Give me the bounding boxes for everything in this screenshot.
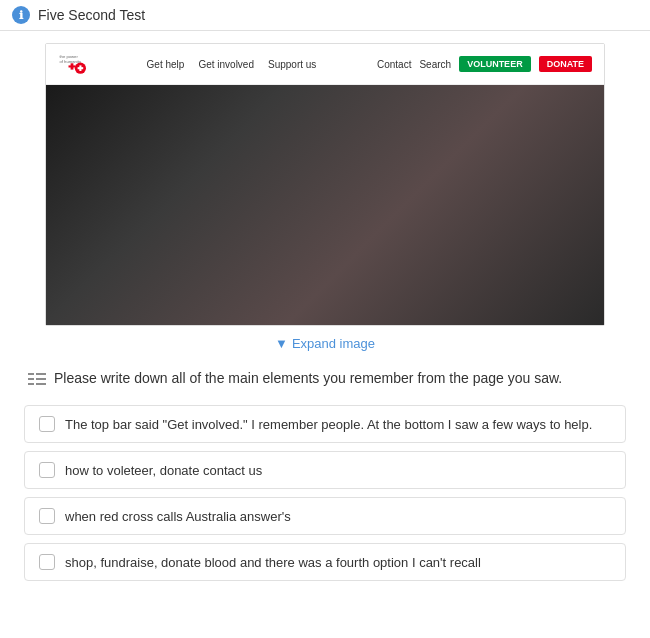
svg-rect-7 bbox=[79, 65, 81, 71]
answer-checkbox[interactable] bbox=[39, 554, 55, 570]
expand-image-label: Expand image bbox=[292, 336, 375, 351]
expand-chevron-icon: ▼ bbox=[275, 336, 288, 351]
answer-item[interactable]: how to voleteer, donate contact us bbox=[24, 451, 626, 489]
answer-item[interactable]: shop, fundraise, donate blood and there … bbox=[24, 543, 626, 581]
list-icon bbox=[28, 371, 46, 387]
answer-checkbox[interactable] bbox=[39, 462, 55, 478]
answer-text: how to voleteer, donate contact us bbox=[65, 463, 262, 478]
donate-button[interactable]: DONATE bbox=[539, 56, 592, 72]
rc-hero: When Red Cross calls, Australia answers.… bbox=[46, 85, 604, 325]
question-section: Please write down all of the main elemen… bbox=[16, 361, 634, 589]
main-content: the power of humanity Get help Get invol… bbox=[0, 31, 650, 601]
answer-item[interactable]: The top bar said "Get involved." I remem… bbox=[24, 405, 626, 443]
answer-list: The top bar said "Get involved." I remem… bbox=[24, 405, 626, 581]
answer-text: shop, fundraise, donate blood and there … bbox=[65, 555, 481, 570]
answer-checkbox[interactable] bbox=[39, 416, 55, 432]
answer-text: when red cross calls Australia answer's bbox=[65, 509, 291, 524]
answer-item[interactable]: when red cross calls Australia answer's bbox=[24, 497, 626, 535]
rc-page-preview: the power of humanity Get help Get invol… bbox=[46, 44, 604, 325]
answer-checkbox[interactable] bbox=[39, 508, 55, 524]
top-bar: ℹ Five Second Test bbox=[0, 0, 650, 31]
question-header: Please write down all of the main elemen… bbox=[24, 369, 626, 391]
rc-nav-links: Get help Get involved Support us bbox=[147, 59, 317, 70]
nav-support-us: Support us bbox=[268, 59, 316, 70]
page-title: Five Second Test bbox=[38, 7, 145, 23]
nav-contact: Contact bbox=[377, 59, 411, 70]
rc-hero-background bbox=[46, 85, 604, 325]
nav-get-involved: Get involved bbox=[198, 59, 254, 70]
question-text: Please write down all of the main elemen… bbox=[54, 369, 562, 389]
nav-search: Search bbox=[419, 59, 451, 70]
rc-nav-right: Contact Search VOLUNTEER DONATE bbox=[377, 56, 592, 72]
volunteer-button[interactable]: VOLUNTEER bbox=[459, 56, 531, 72]
expand-image-link[interactable]: ▼ Expand image bbox=[16, 326, 634, 361]
question-icon bbox=[28, 371, 46, 391]
svg-rect-4 bbox=[71, 63, 74, 69]
info-icon: ℹ bbox=[12, 6, 30, 24]
rc-logo: the power of humanity bbox=[58, 50, 86, 78]
preview-image-container: the power of humanity Get help Get invol… bbox=[45, 43, 605, 326]
answer-text: The top bar said "Get involved." I remem… bbox=[65, 417, 592, 432]
rc-nav: the power of humanity Get help Get invol… bbox=[46, 44, 604, 85]
rc-logo-svg: the power of humanity bbox=[58, 50, 86, 78]
nav-get-help: Get help bbox=[147, 59, 185, 70]
